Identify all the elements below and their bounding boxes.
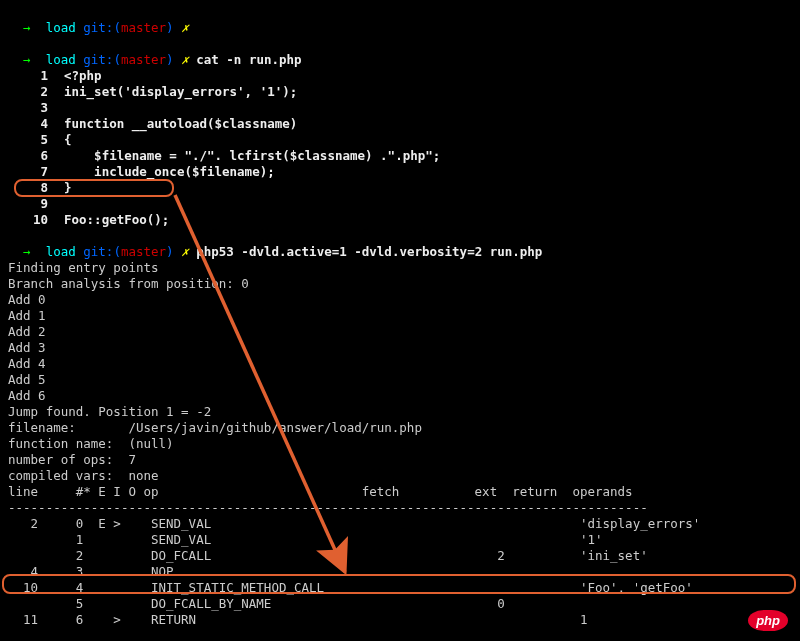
prompt-arrow: → <box>23 20 31 35</box>
prompt-line-3[interactable]: → load git:(master) ✗ php53 -dvld.active… <box>8 228 792 260</box>
prompt-branch: master <box>121 244 166 259</box>
source-text: } <box>64 180 72 195</box>
php-badge: php <box>748 610 788 631</box>
prompt-git: git:( <box>83 52 121 67</box>
source-text: <?php <box>64 68 102 83</box>
output-line: Branch analysis from position: 0 <box>8 276 792 292</box>
source-line: 8} <box>8 180 792 196</box>
prompt-git-close: ) <box>166 52 174 67</box>
prompt-git: git:( <box>83 244 121 259</box>
source-text: include_once($filename); <box>64 164 275 179</box>
line-number: 6 <box>8 148 48 164</box>
source-text: function __autoload($classname) <box>64 116 297 131</box>
prompt-x: ✗ <box>181 52 189 67</box>
source-line: 5{ <box>8 132 792 148</box>
opcode-row: 2 0 E > SEND_VAL 'display_errors' <box>8 516 792 532</box>
prompt-git-close: ) <box>166 20 174 35</box>
output-line: Jump found. Position 1 = -2 <box>8 404 792 420</box>
prompt-x: ✗ <box>181 20 189 35</box>
output-line: Add 1 <box>8 308 792 324</box>
prompt-load: load <box>46 244 76 259</box>
prompt-arrow: → <box>23 244 31 259</box>
opcode-listing: 2 0 E > SEND_VAL 'display_errors' 1 SEND… <box>8 516 792 628</box>
opcode-row: 2 DO_FCALL 2 'ini_set' <box>8 548 792 564</box>
line-number: 2 <box>8 84 48 100</box>
output-line: Finding entry points <box>8 260 792 276</box>
output-listing: Finding entry pointsBranch analysis from… <box>8 260 792 484</box>
line-number: 7 <box>8 164 48 180</box>
command-text: cat -n run.php <box>196 52 301 67</box>
prompt-line-1: → load git:(master) ✗ <box>8 4 792 36</box>
line-number: 5 <box>8 132 48 148</box>
output-line: Add 3 <box>8 340 792 356</box>
opcode-row: 11 6 > RETURN 1 <box>8 612 792 628</box>
prompt-branch: master <box>121 20 166 35</box>
output-line: filename: /Users/javin/github/answer/loa… <box>8 420 792 436</box>
opcode-divider: ----------------------------------------… <box>8 500 792 516</box>
line-number: 8 <box>8 180 48 196</box>
source-text: ini_set('display_errors', '1'); <box>64 84 297 99</box>
source-line: 2ini_set('display_errors', '1'); <box>8 84 792 100</box>
prompt-load: load <box>46 20 76 35</box>
prompt-git-close: ) <box>166 244 174 259</box>
opcode-row: 1 SEND_VAL '1' <box>8 532 792 548</box>
line-number: 3 <box>8 100 48 116</box>
source-line: 10Foo::getFoo(); <box>8 212 792 228</box>
line-number: 4 <box>8 116 48 132</box>
source-text: { <box>64 132 72 147</box>
source-line: 4function __autoload($classname) <box>8 116 792 132</box>
output-line: compiled vars: none <box>8 468 792 484</box>
prompt-x: ✗ <box>181 244 189 259</box>
line-number: 1 <box>8 68 48 84</box>
prompt-git: git:( <box>83 20 121 35</box>
output-line: Add 6 <box>8 388 792 404</box>
source-text: Foo::getFoo(); <box>64 212 169 227</box>
line-number: 10 <box>8 212 48 228</box>
source-listing: 1<?php2ini_set('display_errors', '1');34… <box>8 68 792 228</box>
output-line: Add 4 <box>8 356 792 372</box>
prompt-branch: master <box>121 52 166 67</box>
source-line: 1<?php <box>8 68 792 84</box>
output-line: Add 2 <box>8 324 792 340</box>
source-line: 7 include_once($filename); <box>8 164 792 180</box>
output-line: number of ops: 7 <box>8 452 792 468</box>
opcode-row: 10 4 INIT_STATIC_METHOD_CALL 'Foo', 'get… <box>8 580 792 596</box>
opcode-row: 5 DO_FCALL_BY_NAME 0 <box>8 596 792 612</box>
output-line: function name: (null) <box>8 436 792 452</box>
source-text: $filename = "./". lcfirst($classname) ."… <box>64 148 440 163</box>
source-line: 9 <box>8 196 792 212</box>
command-text: php53 -dvld.active=1 -dvld.verbosity=2 r… <box>196 244 542 259</box>
opcode-row: 4 3 NOP <box>8 564 792 580</box>
opcode-header: line #* E I O op fetch ext return operan… <box>8 484 792 500</box>
prompt-arrow: → <box>23 52 31 67</box>
line-number: 9 <box>8 196 48 212</box>
output-line: Add 0 <box>8 292 792 308</box>
output-line: Add 5 <box>8 372 792 388</box>
source-line: 3 <box>8 100 792 116</box>
prompt-load: load <box>46 52 76 67</box>
source-line: 6 $filename = "./". lcfirst($classname) … <box>8 148 792 164</box>
prompt-line-2[interactable]: → load git:(master) ✗ cat -n run.php <box>8 36 792 68</box>
